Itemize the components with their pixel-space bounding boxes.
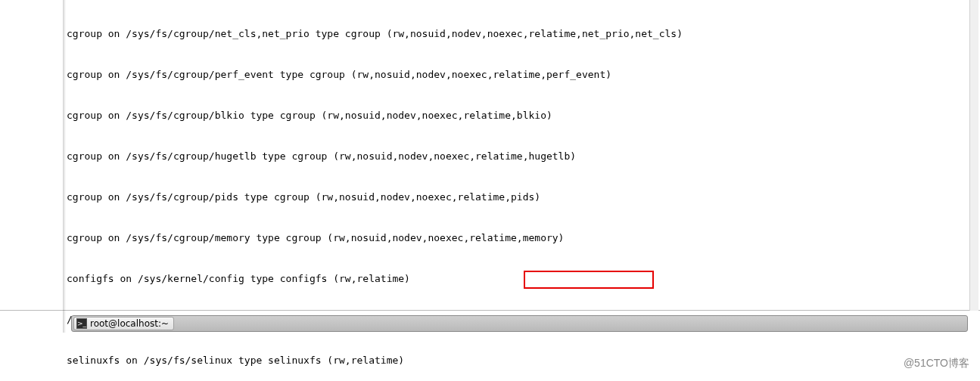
watermark-text: @51CTO博客 [904, 357, 969, 370]
mount-line: cgroup on /sys/fs/cgroup/blkio type cgro… [67, 109, 980, 122]
mount-line: cgroup on /sys/fs/cgroup/hugetlb type cg… [67, 150, 980, 163]
mount-line: cgroup on /sys/fs/cgroup/perf_event type… [67, 68, 980, 82]
mount-line: cgroup on /sys/fs/cgroup/net_cls,net_pri… [67, 27, 980, 41]
mount-line: selinuxfs on /sys/fs/selinux type selinu… [67, 354, 980, 367]
terminal-output[interactable]: cgroup on /sys/fs/cgroup/net_cls,net_pri… [0, 0, 980, 311]
window-taskbar: >_ root@localhost:~ [71, 315, 968, 332]
taskbar-item-terminal[interactable]: >_ root@localhost:~ [73, 317, 174, 330]
terminal-icon: >_ [76, 318, 87, 329]
taskbar-item-label: root@localhost:~ [90, 318, 169, 329]
mount-line: cgroup on /sys/fs/cgroup/pids type cgrou… [67, 190, 980, 204]
scrollbar-vertical[interactable] [969, 0, 978, 311]
mount-line: cgroup on /sys/fs/cgroup/memory type cgr… [67, 231, 980, 245]
mount-line: configfs on /sys/kernel/config type conf… [67, 272, 980, 286]
